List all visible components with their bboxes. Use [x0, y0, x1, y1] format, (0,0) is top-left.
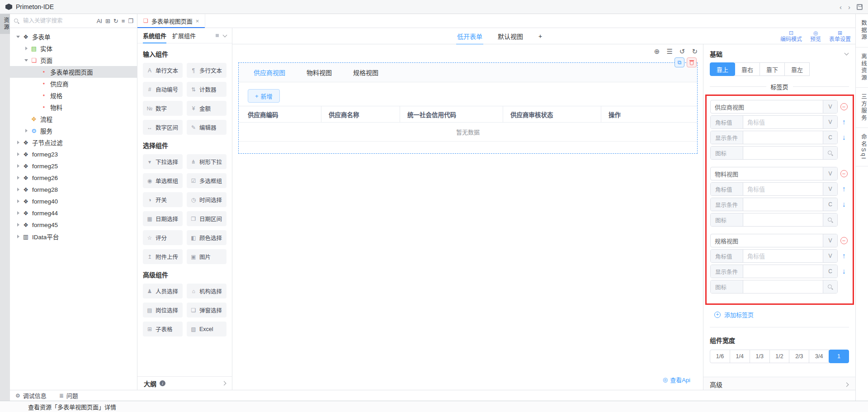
tree-expander-icon[interactable] [24, 125, 29, 137]
outline-tree-icon[interactable]: ☰ [666, 48, 672, 55]
condition-toggle-button[interactable]: C [823, 198, 837, 211]
tree-expander-icon[interactable] [15, 207, 21, 219]
palette-component[interactable]: ⊞ 子表格 [143, 322, 183, 336]
right-activity-item[interactable]: 数据源 [856, 14, 868, 47]
width-option-button[interactable]: 1/3 [750, 350, 770, 363]
list-settings-icon[interactable]: ≡ [122, 18, 125, 24]
tree-item[interactable]: ❖ formeg45 [10, 219, 137, 231]
tree-expander-icon[interactable] [15, 195, 21, 207]
tree-item[interactable]: ▤ 实体 [10, 43, 137, 54]
variable-toggle-button[interactable]: V [823, 116, 837, 128]
form-view-tab[interactable]: 低开表单 [456, 28, 483, 44]
table-column-header[interactable]: 统一社会信用代码 [400, 106, 503, 122]
condition-input[interactable] [743, 131, 823, 144]
palette-component[interactable]: ▣ 图片 [187, 249, 226, 264]
palette-component[interactable]: ↔ 数字区间 [143, 120, 183, 135]
width-option-button[interactable]: 3/4 [809, 350, 829, 363]
palette-tab[interactable]: 扩展组件 [172, 28, 196, 43]
width-option-button[interactable]: 1 [829, 350, 849, 363]
condition-input[interactable] [743, 198, 823, 211]
add-record-button[interactable]: + 新增 [248, 89, 280, 103]
align-button[interactable]: 靠上 [710, 62, 735, 76]
palette-component[interactable]: № 数字 [143, 101, 183, 116]
table-column-header[interactable]: 供应商编码 [239, 106, 321, 122]
palette-component[interactable]: ¶ 多行文本 [187, 63, 226, 78]
tree-item[interactable]: ▥ IData平台 [10, 231, 137, 242]
container-tab[interactable]: 物料视图 [307, 68, 332, 77]
palette-component[interactable]: ▤ 岗位选择 [143, 303, 183, 317]
form-canvas[interactable]: ⊕☰↺↻ ⧉ 供应商视图物料视图规格视图 + 新增 供应商编码供应商名称统一社会… [232, 44, 703, 390]
tree-item[interactable]: ● 供应商 [10, 78, 137, 90]
variable-toggle-button[interactable]: V [823, 234, 837, 247]
tree-expander-icon[interactable] [15, 148, 21, 160]
redo-icon[interactable]: ↻ [692, 48, 698, 55]
tree-item[interactable]: ❖ formeg44 [10, 207, 137, 219]
move-down-button[interactable]: ↓ [842, 201, 846, 208]
variable-toggle-button[interactable]: V [823, 100, 837, 113]
form-view-tab[interactable]: + [538, 28, 543, 44]
tree-expander-icon[interactable] [33, 78, 39, 90]
palette-component[interactable]: ❒ 日期区间 [187, 211, 226, 226]
copy-component-button[interactable]: ⧉ [675, 57, 684, 67]
right-activity-item[interactable]: 命名Sql [856, 128, 868, 166]
tree-expander-icon[interactable] [15, 184, 21, 195]
tree-item[interactable]: ● 物料 [10, 101, 137, 113]
tree-expander-icon[interactable] [33, 90, 39, 101]
remove-tab-button[interactable]: − [840, 170, 848, 177]
palette-component[interactable]: A 单行文本 [143, 63, 183, 78]
icon-search-button[interactable] [823, 147, 837, 159]
save-icon[interactable] [857, 4, 863, 10]
palette-component[interactable]: ♟ 人员选择 [143, 284, 183, 298]
width-option-button[interactable]: 2/3 [789, 350, 809, 363]
palette-component[interactable]: ⋔ 树形下拉 [187, 154, 226, 169]
tree-item[interactable]: ❖ formeg28 [10, 184, 137, 195]
model-generate-icon[interactable]: ⊞ [105, 18, 110, 24]
variable-toggle-button[interactable]: V [823, 167, 837, 180]
selected-tabs-container[interactable]: ⧉ 供应商视图物料视图规格视图 + 新增 供应商编码供应商名称统一社会信用代码供… [238, 62, 698, 154]
close-tab-icon[interactable]: × [196, 18, 199, 24]
tree-expander-icon[interactable] [24, 113, 29, 125]
palette-component[interactable]: ◷ 时间选择 [187, 192, 226, 207]
palette-component[interactable]: ❏ 弹窗选择 [187, 303, 226, 317]
badge-value-input[interactable] [743, 183, 823, 195]
tab-title-input[interactable] [711, 234, 823, 247]
palette-component[interactable]: ◉ 单选框组 [143, 173, 183, 188]
palette-component[interactable]: ↥ 附件上传 [143, 249, 183, 264]
table-column-header[interactable]: 供应商审核状态 [503, 106, 601, 122]
palette-view-toggle-icon[interactable] [216, 34, 219, 37]
palette-component[interactable]: # 自动编号 [143, 82, 183, 97]
tree-item[interactable]: ❖ 子节点过滤 [10, 137, 137, 148]
move-up-button[interactable]: ↑ [842, 252, 846, 260]
align-button[interactable]: 靠右 [735, 62, 760, 76]
tree-expander-icon[interactable] [15, 160, 21, 172]
palette-component[interactable]: ◑ 开关 [143, 192, 183, 207]
tree-expander-icon[interactable] [33, 66, 39, 78]
palette-component[interactable]: ⌂ 机构选择 [187, 284, 226, 298]
icon-search-button[interactable] [823, 213, 837, 226]
table-column-header[interactable]: 供应商名称 [321, 106, 400, 122]
container-tab[interactable]: 供应商视图 [254, 68, 285, 77]
tree-item[interactable]: ● 多表单视图页面 [10, 66, 137, 78]
palette-component[interactable]: ☑ 多选框组 [187, 173, 226, 188]
add-tab-button[interactable]: + 添加标签页 [714, 310, 855, 319]
tree-expander-icon[interactable] [15, 231, 21, 242]
width-option-button[interactable]: 1/2 [769, 350, 790, 363]
view-api-link[interactable]: ◎ 查看Api [663, 375, 690, 384]
tree-item[interactable]: ❖ formeg40 [10, 195, 137, 207]
refresh-icon[interactable]: ↻ [113, 18, 118, 24]
bottom-panel-tab[interactable]: ≣ 问题 [59, 391, 78, 400]
badge-value-input[interactable] [743, 250, 823, 262]
palette-component[interactable]: ☆ 评分 [143, 230, 183, 245]
palette-collapse-icon[interactable] [223, 33, 227, 37]
tree-item[interactable]: ❏ 页面 [10, 54, 137, 66]
tree-item[interactable]: ✥ 流程 [10, 113, 137, 125]
undo-icon[interactable]: ↺ [679, 48, 685, 55]
move-down-button[interactable]: ↓ [842, 134, 846, 141]
tab-title-input[interactable] [711, 167, 823, 180]
align-button[interactable]: 靠下 [760, 62, 785, 76]
width-option-button[interactable]: 1/4 [730, 350, 750, 363]
header-action-button[interactable]: ⊞ 表单设置 [829, 30, 851, 43]
move-up-button[interactable]: ↑ [842, 185, 846, 193]
palette-tab[interactable]: 系统组件 [143, 28, 166, 43]
icon-search-button[interactable] [823, 280, 837, 293]
